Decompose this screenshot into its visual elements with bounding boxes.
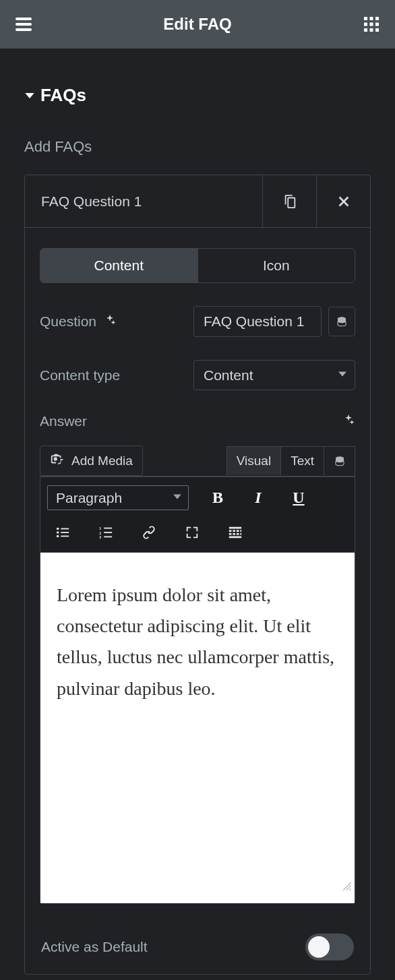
svg-rect-6: [364, 23, 367, 26]
add-faqs-label: Add FAQs: [24, 138, 371, 156]
add-media-button[interactable]: Add Media: [40, 446, 143, 476]
answer-label: Answer: [40, 413, 342, 429]
svg-point-16: [57, 528, 59, 530]
underline-button[interactable]: U: [287, 487, 310, 510]
editor-tab-text[interactable]: Text: [281, 446, 324, 475]
svg-rect-5: [375, 17, 379, 20]
svg-rect-37: [229, 537, 241, 539]
caret-down-icon: [24, 90, 35, 101]
svg-rect-11: [375, 28, 379, 32]
dynamic-tags-button[interactable]: [324, 446, 355, 476]
svg-rect-23: [104, 528, 112, 529]
panel-body: FAQs Add FAQs FAQ Question 1 Content Ico…: [0, 49, 395, 975]
section-title: FAQs: [40, 85, 86, 106]
duplicate-button[interactable]: [262, 175, 316, 227]
fullscreen-button[interactable]: [181, 521, 204, 544]
dynamic-tags-button[interactable]: [328, 307, 355, 336]
svg-rect-2: [16, 28, 32, 31]
svg-rect-9: [364, 28, 367, 32]
svg-rect-19: [61, 532, 69, 533]
question-label-text: Question: [40, 313, 96, 330]
italic-button[interactable]: I: [247, 487, 270, 510]
active-default-label: Active as Default: [41, 939, 148, 955]
question-label: Question: [40, 313, 193, 330]
apps-grid-icon[interactable]: [361, 14, 382, 34]
svg-rect-27: [104, 537, 112, 538]
svg-rect-28: [229, 527, 241, 529]
svg-point-18: [57, 531, 59, 534]
svg-rect-31: [237, 530, 239, 532]
svg-rect-1: [16, 23, 32, 26]
bullet-list-button[interactable]: [51, 521, 74, 544]
editor-content-area[interactable]: Lorem ipsum dolor sit amet, consectetur …: [40, 553, 355, 903]
svg-rect-35: [237, 533, 239, 535]
svg-text:3: 3: [99, 534, 101, 539]
remove-button[interactable]: [316, 175, 370, 227]
svg-rect-36: [240, 533, 241, 535]
repeater-header: FAQ Question 1: [25, 175, 370, 228]
svg-rect-29: [229, 530, 232, 532]
section-header-faqs[interactable]: FAQs: [24, 85, 371, 106]
header: Edit FAQ: [0, 0, 395, 49]
repeater-item-title[interactable]: FAQ Question 1: [25, 175, 262, 227]
svg-rect-17: [61, 528, 69, 530]
svg-rect-0: [16, 18, 32, 20]
svg-rect-25: [104, 532, 112, 533]
tab-content[interactable]: Content: [40, 249, 198, 282]
add-media-label: Add Media: [71, 454, 133, 468]
repeater-body: Content Icon Question: [25, 228, 370, 974]
editor-tab-visual[interactable]: Visual: [226, 446, 281, 475]
svg-rect-7: [370, 23, 373, 26]
svg-rect-33: [229, 533, 232, 535]
editor-toolbar: Paragraph B I U 123: [40, 477, 355, 553]
content-icon-tabs: Content Icon: [40, 248, 355, 283]
format-select[interactable]: Paragraph: [47, 485, 189, 510]
toolbar-toggle-button[interactable]: [224, 521, 247, 544]
ai-sparkle-icon[interactable]: [103, 313, 117, 330]
link-button[interactable]: [138, 521, 160, 544]
svg-rect-4: [370, 17, 373, 20]
hamburger-menu-icon[interactable]: [13, 14, 34, 34]
answer-row: Answer: [40, 413, 355, 429]
question-input[interactable]: [193, 306, 322, 337]
content-type-row: Content type Content: [40, 360, 355, 390]
question-row: Question: [40, 306, 355, 337]
svg-rect-21: [61, 536, 69, 537]
page-title: Edit FAQ: [34, 15, 361, 34]
ai-sparkle-icon[interactable]: [342, 413, 355, 429]
bold-button[interactable]: B: [206, 487, 229, 510]
content-type-select[interactable]: Content: [193, 360, 355, 390]
toggle-knob: [308, 936, 330, 958]
tab-icon[interactable]: Icon: [198, 249, 355, 282]
svg-rect-32: [240, 530, 241, 532]
faq-repeater-item: FAQ Question 1 Content Icon Question: [24, 175, 371, 975]
editor-content-text: Lorem ipsum dolor sit amet, consectetur …: [57, 584, 334, 699]
svg-rect-8: [375, 23, 379, 26]
wysiwyg-editor: Paragraph B I U 123: [40, 476, 355, 904]
svg-rect-30: [233, 530, 235, 532]
content-type-label: Content type: [40, 367, 193, 384]
resize-handle-icon[interactable]: [342, 869, 352, 900]
svg-rect-34: [233, 533, 235, 535]
svg-rect-3: [364, 17, 367, 20]
active-default-toggle[interactable]: [305, 933, 354, 960]
active-default-row: Active as Default: [40, 933, 355, 960]
camera-music-icon: [50, 452, 65, 470]
numbered-list-button[interactable]: 123: [94, 521, 117, 544]
svg-rect-10: [370, 28, 373, 32]
svg-point-20: [57, 535, 59, 538]
